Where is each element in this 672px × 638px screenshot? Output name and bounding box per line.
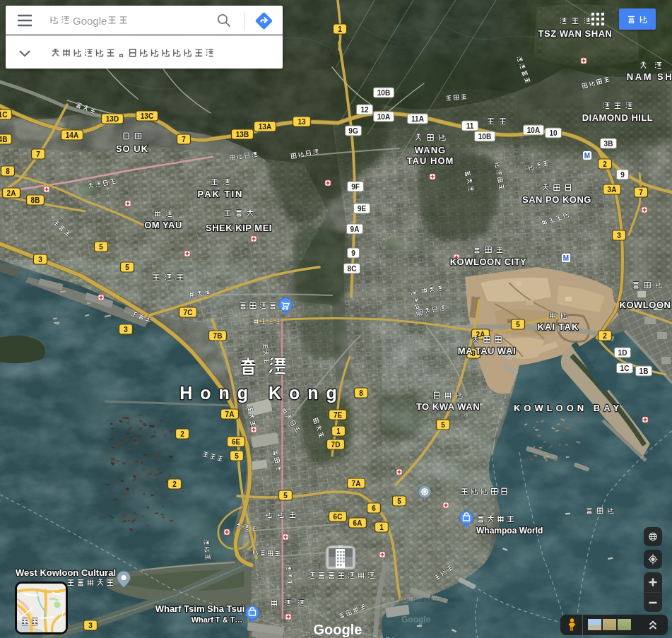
svg-text:7: 7 xyxy=(182,136,186,143)
svg-text:1: 1 xyxy=(379,524,384,531)
svg-text:5: 5 xyxy=(99,243,103,251)
svg-text:10A: 10A xyxy=(377,113,390,121)
svg-text:1D: 1D xyxy=(618,349,627,357)
svg-text:6A: 6A xyxy=(353,519,362,527)
svg-text:13D: 13D xyxy=(106,115,119,123)
svg-text:5: 5 xyxy=(283,492,288,500)
svg-text:5: 5 xyxy=(235,452,239,460)
svg-text:6E: 6E xyxy=(232,438,241,446)
svg-text:KOWLOON CITY: KOWLOON CITY xyxy=(450,256,527,267)
svg-text:13: 13 xyxy=(297,118,306,126)
svg-text:3: 3 xyxy=(617,232,621,240)
svg-text:KOWLOON B: KOWLOON B xyxy=(620,300,672,310)
svg-text:Google: Google xyxy=(314,622,362,637)
svg-text:NAM SH: NAM SH xyxy=(627,71,672,82)
svg-text:7A: 7A xyxy=(225,410,235,418)
svg-text:2A: 2A xyxy=(7,189,16,197)
svg-text:7D: 7D xyxy=(331,441,341,449)
svg-text:9A: 9A xyxy=(350,225,360,233)
svg-text:2: 2 xyxy=(603,160,607,168)
svg-text:10B: 10B xyxy=(478,133,491,141)
svg-text:SHEK KIP MEI: SHEK KIP MEI xyxy=(206,223,272,233)
svg-text:Map data ©2020 Google: Map data ©2020 Google xyxy=(399,596,465,603)
svg-text:9E: 9E xyxy=(358,205,367,213)
svg-text:9: 9 xyxy=(620,171,625,179)
svg-text:3: 3 xyxy=(124,326,128,333)
svg-text:5: 5 xyxy=(125,264,129,271)
svg-text:Hong Kong: Hong Kong xyxy=(179,383,345,403)
svg-text:2: 2 xyxy=(603,332,607,340)
svg-text:3: 3 xyxy=(38,256,42,264)
svg-text:13B: 13B xyxy=(236,131,249,138)
svg-text:11A: 11A xyxy=(411,115,424,123)
svg-text:8: 8 xyxy=(359,389,363,397)
svg-text:KOWLOON BAY: KOWLOON BAY xyxy=(514,403,623,413)
svg-text:10B: 10B xyxy=(377,89,390,97)
svg-text:TO KWA WAN: TO KWA WAN xyxy=(416,401,480,412)
svg-text:7C: 7C xyxy=(184,309,193,317)
svg-text:7E: 7E xyxy=(334,411,343,419)
svg-text:13C: 13C xyxy=(141,112,153,120)
svg-text:10A: 10A xyxy=(527,126,540,134)
svg-text:TAU HOM: TAU HOM xyxy=(407,155,454,166)
svg-text:10: 10 xyxy=(549,129,558,137)
svg-text:SO UK: SO UK xyxy=(116,143,148,154)
svg-text:14A: 14A xyxy=(66,131,78,139)
svg-text:Wharf T & T…: Wharf T & T… xyxy=(191,615,243,624)
svg-text:7: 7 xyxy=(639,189,643,196)
svg-text:3: 3 xyxy=(88,622,93,630)
svg-text:West Kowloon Cultural: West Kowloon Cultural xyxy=(16,567,116,578)
svg-text:Google: Google xyxy=(73,15,107,27)
svg-text:Wharf Tsim Sha Tsui: Wharf Tsim Sha Tsui xyxy=(155,603,245,614)
svg-text:1C: 1C xyxy=(0,111,7,119)
svg-text:9G: 9G xyxy=(348,127,358,135)
svg-text:DIAMOND HILL: DIAMOND HILL xyxy=(582,112,654,123)
svg-text:SAN PO KONG: SAN PO KONG xyxy=(522,194,591,205)
svg-text:8B: 8B xyxy=(31,196,40,204)
svg-text:Whampoa World: Whampoa World xyxy=(476,526,543,536)
svg-text:1: 1 xyxy=(338,25,342,33)
svg-text:7B: 7B xyxy=(213,332,223,340)
svg-text:5: 5 xyxy=(441,421,445,429)
svg-text:MA TAU WAI: MA TAU WAI xyxy=(458,345,516,356)
svg-text:8C: 8C xyxy=(348,265,357,273)
svg-text:1B: 1B xyxy=(639,367,649,375)
svg-text:2: 2 xyxy=(172,480,177,488)
svg-text:OM YAU: OM YAU xyxy=(144,220,182,230)
svg-text:9: 9 xyxy=(351,249,355,257)
svg-text:8: 8 xyxy=(6,167,10,175)
svg-text:3A: 3A xyxy=(608,186,617,194)
svg-text:2: 2 xyxy=(180,430,184,438)
svg-text:4B: 4B xyxy=(0,136,7,143)
svg-text:12: 12 xyxy=(360,106,369,114)
svg-text:5: 5 xyxy=(516,321,520,329)
svg-text:3B: 3B xyxy=(604,140,613,148)
svg-text:9F: 9F xyxy=(351,183,360,191)
svg-text:5: 5 xyxy=(397,497,401,505)
svg-text:TSZ WAN SHAN: TSZ WAN SHAN xyxy=(538,28,613,39)
svg-text:WANG: WANG xyxy=(415,145,446,155)
svg-text:7A: 7A xyxy=(352,480,361,488)
svg-text:6: 6 xyxy=(372,504,376,512)
svg-text:1: 1 xyxy=(336,427,341,435)
svg-text:7: 7 xyxy=(36,150,40,158)
svg-text:M: M xyxy=(584,152,590,160)
svg-text:KAI TAK: KAI TAK xyxy=(538,321,579,332)
svg-text:13A: 13A xyxy=(259,123,271,131)
svg-text:PAK TIN: PAK TIN xyxy=(197,189,243,199)
svg-text:1C: 1C xyxy=(620,365,630,372)
svg-text:Google: Google xyxy=(401,615,431,625)
svg-text:M: M xyxy=(563,254,569,262)
svg-text:6C: 6C xyxy=(334,513,343,521)
svg-text:11: 11 xyxy=(466,122,474,130)
